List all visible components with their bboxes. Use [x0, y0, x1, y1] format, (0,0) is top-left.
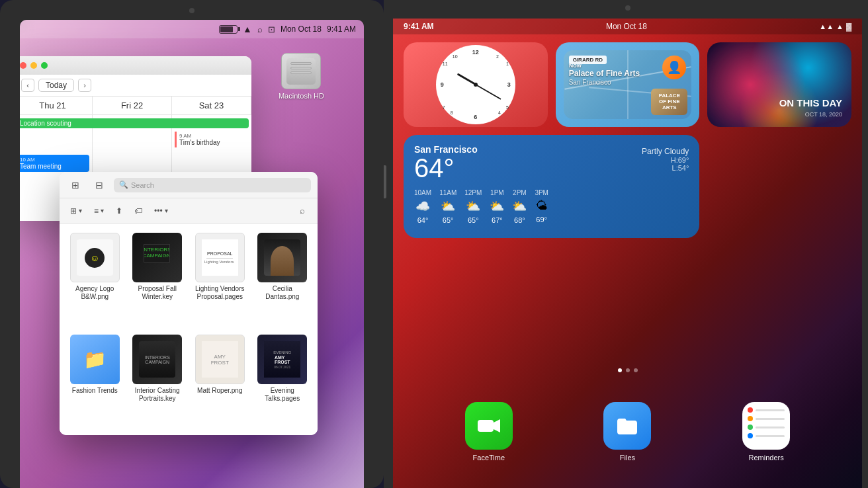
airplay-icon: ⊡	[268, 24, 275, 34]
file-item[interactable]: PROPOSAL Lighting Vendors Lighting Vendo…	[191, 230, 249, 327]
file-item[interactable]: ☺ Agency Logo B&W.png	[66, 230, 124, 327]
file-name: Fashion Trends	[72, 387, 118, 395]
reminders-app[interactable]: Reminders	[742, 402, 790, 462]
weather-hourly: 10AM ☁️ 64° 11AM ⛅ 65° 12PM ⛅ 65°	[414, 189, 689, 224]
hour-temp: 67°	[492, 216, 503, 224]
file-item[interactable]: INTERIORSCAMPAIGN Proposal Fall Winter.k…	[129, 230, 187, 327]
photo-widget[interactable]: ON THIS DAY OCT 18, 2020	[707, 42, 851, 127]
chevron-icon2: ▾	[101, 207, 104, 214]
file-thumb-cecilia	[257, 233, 307, 282]
ipad-statusbar: 9:41 AM Mon Oct 18 ▲▲ ▲ ▓	[393, 19, 862, 34]
file-item[interactable]: Cecilia Dantas.png	[254, 230, 312, 327]
clock-face: 12 3 6 9 2 10 1 11 4 8 5 7	[436, 45, 515, 124]
wifi-icon: ▲	[243, 24, 252, 34]
finder-window: ⊞ ⊟ 🔍 Search ⊞ ▾ ≡ ▾	[60, 172, 318, 435]
tims-birthday-event[interactable]: 9 AM Tim's birthday	[175, 132, 249, 147]
maps-place-name: Palace of Fine Arts	[569, 69, 640, 78]
facetime-label: FaceTime	[473, 454, 505, 462]
menubar-clock: 9:41 AM	[327, 24, 356, 34]
hour-temp: 65°	[443, 216, 454, 224]
ipad-side-button	[384, 165, 386, 198]
ipad-time: 9:41 AM	[404, 22, 434, 31]
ipad-device: 9:41 AM Mon Oct 18 ▲▲ ▲ ▓ 12 3 6	[384, 0, 868, 488]
finder-toolbar: ⊞ ⊟ 🔍 Search	[60, 172, 318, 198]
file-thumb-interior: INTERIORSCAMPAIGN	[132, 335, 182, 384]
hour-temp: 64°	[417, 216, 429, 224]
file-thumb-lighting: PROPOSAL Lighting Vendors	[195, 233, 245, 282]
file-name: Agency Logo B&W.png	[69, 285, 121, 301]
facetime-icon[interactable]	[465, 402, 513, 450]
hour-time: 11AM	[439, 189, 456, 196]
svg-rect-0	[478, 420, 494, 432]
maps-widget[interactable]: GIRARD RD 👤 PALACEOF FINEARTS Now Palace…	[556, 42, 700, 127]
menubar: ▲ ⌕ ⊡ Mon Oct 18 9:41 AM	[20, 20, 364, 38]
weather-temp: 64°	[414, 155, 478, 181]
files-app[interactable]: Files	[603, 402, 651, 462]
hour-time: 2PM	[513, 189, 527, 196]
clock-widget[interactable]: 12 3 6 9 2 10 1 11 4 8 5 7	[404, 42, 548, 127]
finder-search-button[interactable]: ⌕	[294, 202, 311, 220]
search-icon: ⌕	[257, 24, 263, 34]
calendar-nav: ‹ Today ›	[20, 75, 251, 97]
macintosh-hd-icon[interactable]: Macintosh HD	[279, 53, 324, 100]
files-icon[interactable]	[603, 402, 651, 450]
file-item[interactable]: 📁 Fashion Trends	[66, 332, 124, 428]
search-icon2: ⌕	[300, 206, 305, 216]
clock-2: 2	[496, 54, 499, 59]
grid-icon: ⊞	[70, 206, 77, 216]
clock-hour-hand	[456, 73, 476, 85]
grid-view-button[interactable]: ⊞ ▾	[66, 204, 86, 218]
tag-icon: 🏷	[134, 206, 142, 216]
calendar-titlebar	[20, 56, 251, 75]
weather-hour-2: 11AM ⛅ 65°	[439, 189, 456, 224]
facetime-app[interactable]: FaceTime	[465, 402, 513, 462]
file-item[interactable]: INTERIORSCAMPAIGN Interior Casting Portr…	[129, 332, 187, 428]
file-thumb-fashion: 📁	[70, 335, 120, 384]
weather-condition: Partly Cloudy	[642, 147, 689, 156]
clock-6: 6	[474, 114, 477, 120]
palace-thumbnail: PALACEOF FINEARTS	[651, 89, 687, 115]
minimize-button[interactable]	[30, 62, 37, 69]
cal-prev-button[interactable]: ‹	[21, 79, 34, 92]
files-folder-icon	[613, 412, 641, 440]
cloud-icon: ⛅	[512, 199, 527, 214]
tag-button[interactable]: 🏷	[130, 204, 146, 218]
clock-center-dot	[474, 83, 478, 87]
clock-8: 8	[451, 110, 453, 115]
cal-next-button[interactable]: ›	[78, 79, 91, 92]
location-scouting-event[interactable]: Location scouting	[20, 118, 249, 128]
ellipsis-icon: •••	[154, 206, 163, 216]
app-dock: FaceTime Files	[393, 382, 862, 488]
view-list-icon[interactable]: ⊟	[90, 176, 108, 194]
more-button[interactable]: ••• ▾	[150, 204, 172, 218]
share-button[interactable]: ⬆	[112, 204, 126, 218]
cloud-icon: ⛅	[490, 199, 504, 214]
sun-icon: 🌤	[536, 199, 548, 213]
hour-temp: 68°	[514, 216, 525, 224]
reminders-icon[interactable]	[742, 402, 790, 450]
maps-city-name: San Francisco	[569, 79, 640, 86]
wifi-icon: ▲	[836, 22, 844, 30]
file-item[interactable]: AMYFROST Matt Roper.png	[191, 332, 249, 428]
file-item[interactable]: EVENING AMYFROST 06.07.2021 Evening Talk…	[254, 332, 312, 428]
view-grid-icon[interactable]: ⊞	[66, 176, 85, 194]
close-button[interactable]	[20, 62, 26, 69]
fullscreen-button[interactable]	[41, 62, 48, 69]
tims-birthday-time: 9 AM	[179, 133, 246, 139]
hour-time: 1PM	[490, 189, 504, 196]
clock-7: 7	[443, 105, 445, 110]
file-name: Evening Talks.pages	[257, 387, 309, 403]
clock-minute-hand	[475, 84, 501, 100]
mac-device: ▲ ⌕ ⊡ Mon Oct 18 9:41 AM Macintosh HD	[0, 0, 384, 488]
team-meeting-event[interactable]: 10 AM Team meeting	[20, 155, 89, 172]
list-view-button[interactable]: ≡ ▾	[90, 204, 108, 218]
share-icon: ⬆	[116, 206, 122, 216]
search-bar[interactable]: 🔍 Search	[114, 178, 311, 192]
cal-today-button[interactable]: Today	[38, 79, 74, 92]
list-icon: ≡	[94, 206, 99, 216]
clock-11: 11	[443, 61, 448, 66]
weather-widget[interactable]: San Francisco 64° Partly Cloudy H:69° L:…	[404, 135, 699, 239]
tims-birthday-title: Tim's birthday	[179, 139, 246, 146]
on-this-day: ON THIS DAY OCT 18, 2020	[779, 98, 842, 118]
page-dot-3	[634, 368, 638, 372]
